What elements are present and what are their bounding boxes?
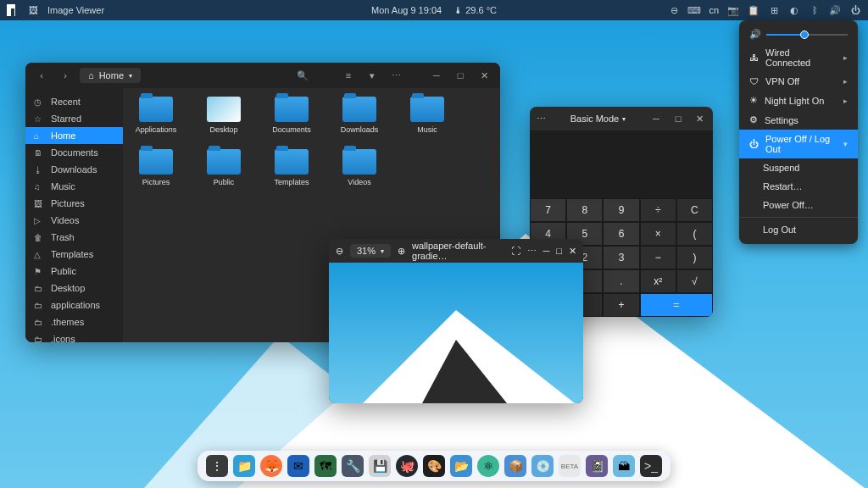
- sidebar-item-videos[interactable]: ▷Videos: [25, 212, 123, 229]
- folder-pictures[interactable]: Pictures: [135, 149, 177, 186]
- nav-back-button[interactable]: ‹: [32, 66, 51, 85]
- folder-desktop[interactable]: Desktop: [203, 97, 245, 134]
- folder-music[interactable]: Music: [406, 97, 448, 134]
- volume-slider[interactable]: 🔊: [739, 25, 858, 43]
- path-bar[interactable]: ⌂Home▾: [80, 68, 141, 83]
- keyboard-icon[interactable]: ⌨: [688, 4, 700, 16]
- menu-wired[interactable]: 🖧Wired Connected▸: [739, 43, 858, 72]
- clipboard-icon[interactable]: 📋: [748, 4, 760, 16]
- calc-key-9[interactable]: 9: [603, 198, 639, 222]
- dock-app2[interactable]: 💿: [531, 455, 554, 477]
- calc-key-C[interactable]: C: [676, 198, 713, 222]
- folder-applications[interactable]: Applications: [135, 97, 177, 134]
- menu-suspend[interactable]: Suspend: [739, 158, 858, 177]
- nav-forward-button[interactable]: ›: [56, 66, 75, 85]
- sidebar-item-music[interactable]: ♫Music: [25, 178, 123, 195]
- maximize-button[interactable]: □: [672, 113, 684, 125]
- folder-downloads[interactable]: Downloads: [338, 97, 381, 134]
- minimize-button[interactable]: ─: [650, 113, 662, 125]
- calc-key-−[interactable]: −: [640, 246, 676, 269]
- sidebar-item-desktop[interactable]: 🗀Desktop: [25, 280, 123, 297]
- calc-key-.[interactable]: .: [603, 269, 639, 293]
- zoom-level[interactable]: 31% ▾: [350, 244, 391, 258]
- sidebar-item-downloads[interactable]: ⭳Downloads: [25, 161, 123, 178]
- calc-key-6[interactable]: 6: [603, 222, 639, 246]
- folder-documents[interactable]: Documents: [270, 97, 313, 134]
- calc-key-×[interactable]: ×: [640, 222, 676, 246]
- sidebar-item-themes[interactable]: 🗀.themes: [25, 313, 123, 330]
- menu-poweroff[interactable]: Power Off…: [739, 196, 858, 214]
- dock-terminal[interactable]: >_: [640, 455, 662, 477]
- sidebar-item-recent[interactable]: ◷Recent: [25, 93, 123, 110]
- grid-icon[interactable]: ⊞: [768, 4, 780, 16]
- calc-key-√[interactable]: √: [676, 269, 713, 293]
- camera-icon[interactable]: 📷: [727, 4, 739, 16]
- dock-files[interactable]: 📁: [233, 455, 255, 477]
- calc-menu-icon[interactable]: ⋯: [537, 114, 546, 125]
- calc-key-7[interactable]: 7: [530, 198, 566, 222]
- dock-onenote[interactable]: 📓: [586, 455, 608, 477]
- dnd-icon[interactable]: ⊖: [668, 4, 680, 16]
- dock-figma[interactable]: 🎨: [423, 455, 445, 477]
- sidebar-item-pictures[interactable]: 🖼Pictures: [25, 195, 123, 212]
- dock-apps-button[interactable]: ⋮⋮⋮: [206, 455, 228, 477]
- dock-folder[interactable]: 📂: [450, 455, 472, 477]
- sidebar-item-trash[interactable]: 🗑Trash: [25, 229, 123, 246]
- menu-logout[interactable]: Log Out: [739, 220, 858, 239]
- hamburger-menu-button[interactable]: ⋯: [387, 66, 405, 85]
- close-button[interactable]: ✕: [694, 113, 706, 125]
- calc-key-x²[interactable]: x²: [640, 269, 676, 293]
- sidebar-item-starred[interactable]: ☆Starred: [25, 110, 123, 127]
- menu-settings[interactable]: ⚙Settings: [739, 110, 858, 130]
- dock-github[interactable]: 🐙: [396, 455, 418, 477]
- sidebar-item-templates[interactable]: △Templates: [25, 246, 123, 263]
- calc-key-3[interactable]: 3: [603, 246, 639, 269]
- distro-logo-icon[interactable]: [7, 4, 19, 16]
- maximize-button[interactable]: □: [451, 66, 470, 85]
- menu-power-logout[interactable]: ⏻Power Off / Log Out▾: [739, 130, 858, 158]
- sidebar-item-documents[interactable]: 🗎Documents: [25, 144, 123, 161]
- calc-key-+[interactable]: +: [603, 293, 639, 317]
- dock-beta[interactable]: BETA: [559, 455, 581, 477]
- menu-nightlight[interactable]: ☀Night Light On▸: [739, 91, 858, 110]
- close-button[interactable]: ✕: [475, 66, 493, 85]
- clock-datetime[interactable]: Mon Aug 9 19:04: [371, 5, 442, 15]
- dock-app1[interactable]: 📦: [504, 455, 526, 477]
- volume-icon[interactable]: 🔊: [829, 4, 841, 16]
- fullscreen-button[interactable]: ⛶: [511, 246, 520, 256]
- calc-key-([interactable]: (: [676, 222, 713, 246]
- folder-public[interactable]: Public: [203, 149, 245, 186]
- dock-firefox[interactable]: 🦊: [260, 455, 282, 477]
- calc-key-8[interactable]: 8: [566, 198, 603, 222]
- sidebar-item-applications[interactable]: 🗀applications: [25, 297, 123, 313]
- weather-temp[interactable]: 🌡 29.6 °C: [453, 5, 497, 15]
- dock-atom[interactable]: ⚛: [477, 455, 499, 477]
- maximize-button[interactable]: □: [556, 246, 562, 256]
- input-lang[interactable]: cn: [709, 5, 719, 15]
- menu-restart[interactable]: Restart…: [739, 177, 858, 196]
- wifi-icon[interactable]: ◐: [788, 4, 800, 16]
- close-button[interactable]: ✕: [569, 246, 576, 257]
- search-button[interactable]: 🔍: [293, 66, 312, 85]
- folder-videos[interactable]: Videos: [338, 149, 381, 186]
- sidebar-item-home[interactable]: ⌂Home: [25, 127, 123, 144]
- bluetooth-icon[interactable]: ᛒ: [809, 4, 821, 16]
- calc-key-÷[interactable]: ÷: [640, 198, 676, 222]
- view-dropdown-button[interactable]: ▾: [363, 66, 381, 85]
- power-icon[interactable]: ⏻: [849, 4, 861, 16]
- calc-mode-label[interactable]: Basic Mode: [570, 114, 619, 124]
- menu-vpn[interactable]: 🛡VPN Off▸: [739, 72, 858, 91]
- dock-tweaks[interactable]: 🔧: [342, 455, 364, 477]
- dock-maps[interactable]: 🗺: [314, 455, 337, 477]
- calc-key-=[interactable]: =: [640, 293, 713, 317]
- zoom-in-button[interactable]: ⊕: [398, 246, 405, 257]
- dock-mail[interactable]: ✉: [287, 455, 309, 477]
- sidebar-item-public[interactable]: ⚑Public: [25, 263, 123, 280]
- minimize-button[interactable]: ─: [543, 246, 550, 256]
- dock-photos[interactable]: 🏔: [613, 455, 635, 477]
- calc-key-)[interactable]: ): [676, 246, 713, 269]
- view-list-button[interactable]: ≡: [339, 66, 358, 85]
- sidebar-item-icons[interactable]: 🗀.icons: [25, 330, 123, 342]
- more-button[interactable]: ⋯: [527, 246, 537, 257]
- minimize-button[interactable]: ─: [427, 66, 446, 85]
